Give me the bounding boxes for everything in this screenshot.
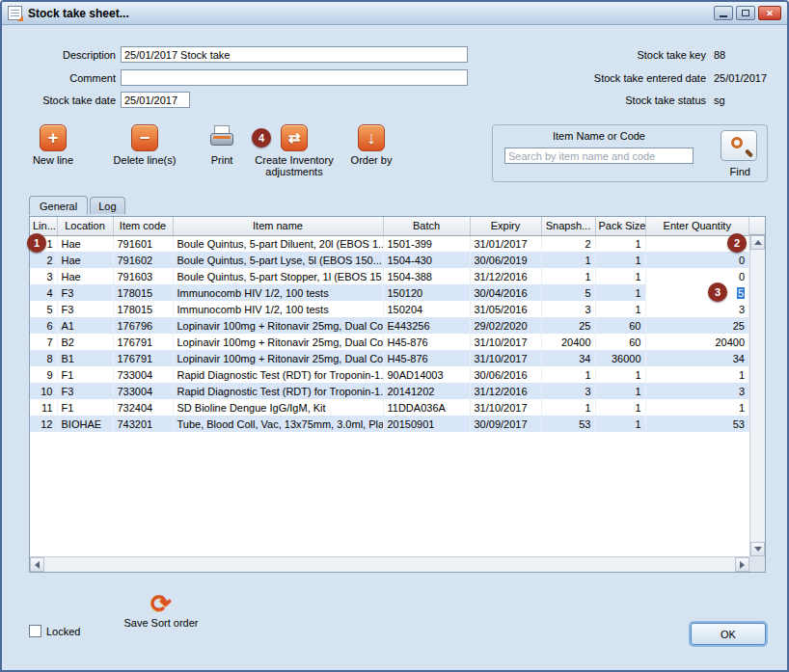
table-cell[interactable]: 60 — [595, 317, 645, 334]
table-cell[interactable]: F3 — [57, 301, 113, 317]
table-cell[interactable]: 1 — [541, 366, 595, 383]
table-cell[interactable]: 150204 — [383, 301, 470, 317]
column-header[interactable]: Enter Quantity — [645, 217, 749, 235]
print-button[interactable]: Print — [195, 124, 249, 166]
stock-take-date-input[interactable] — [121, 92, 190, 108]
table-row[interactable]: 5F3178015Immunocomb HIV 1/2, 100 tests15… — [30, 301, 749, 317]
table-cell[interactable]: 1 — [595, 416, 645, 432]
table-cell[interactable]: 30/06/2016 — [470, 366, 541, 383]
table-cell[interactable]: Boule Quintus, 5-part Lyse, 5l (EBOS 150… — [173, 252, 383, 268]
table-cell[interactable]: 178015 — [113, 284, 173, 301]
scroll-up-button[interactable] — [750, 235, 765, 250]
table-cell[interactable]: 732404 — [113, 399, 173, 416]
table-cell[interactable]: F1 — [57, 399, 113, 416]
table-cell[interactable]: 36000 — [595, 350, 645, 366]
table-cell[interactable]: Lopinavir 100mg + Ritonavir 25mg, Dual C… — [173, 350, 383, 366]
table-cell[interactable]: F3 — [57, 383, 113, 399]
scroll-right-button[interactable] — [735, 557, 749, 572]
order-by-button[interactable]: ↓ Order by — [343, 124, 399, 166]
table-cell[interactable]: 20400 — [541, 334, 595, 350]
table-cell[interactable]: Hae — [57, 268, 113, 284]
column-header[interactable]: Location — [57, 217, 113, 235]
column-header[interactable]: Batch — [383, 217, 470, 235]
table-cell[interactable]: 3 — [30, 268, 57, 284]
table-cell[interactable]: 20150901 — [383, 416, 470, 432]
table-cell[interactable]: SD Bioline Dengue IgG/IgM, Kit — [173, 399, 383, 416]
table-cell[interactable]: 1 — [595, 301, 645, 317]
table-cell[interactable]: 3 — [541, 383, 595, 399]
table-cell[interactable]: 20141202 — [383, 383, 470, 399]
column-header[interactable]: Pack Size — [595, 217, 645, 235]
column-header[interactable]: Item code — [113, 217, 173, 235]
table-cell[interactable]: 150120 — [383, 284, 470, 301]
table-cell[interactable]: 1504-430 — [383, 252, 470, 268]
table-row[interactable]: 6A1176796Lopinavir 100mg + Ritonavir 25m… — [30, 317, 749, 334]
table-cell[interactable]: 176791 — [113, 334, 173, 350]
maximize-button[interactable] — [736, 6, 755, 20]
table-cell[interactable]: H45-876 — [383, 350, 470, 366]
comment-input[interactable] — [121, 69, 468, 86]
save-sort-order-button[interactable]: ⟳ Save Sort order — [116, 590, 206, 629]
table-cell[interactable]: 1 — [595, 284, 645, 301]
table-cell[interactable]: 30/06/2019 — [470, 252, 541, 268]
table-cell[interactable]: 176796 — [113, 317, 173, 334]
table-cell[interactable]: 1 — [595, 235, 645, 252]
table-cell[interactable]: 178015 — [113, 301, 173, 317]
vertical-scrollbar[interactable] — [749, 235, 765, 556]
table-cell[interactable]: 30/04/2016 — [470, 284, 541, 301]
table-row[interactable]: 8B1176791Lopinavir 100mg + Ritonavir 25m… — [30, 350, 749, 366]
find-button[interactable] — [721, 130, 757, 161]
table-cell[interactable]: 11 — [30, 399, 57, 416]
table-cell[interactable]: 31/10/2017 — [470, 334, 541, 350]
table-cell[interactable]: 1 — [541, 252, 595, 268]
column-header[interactable]: Item name — [173, 217, 383, 235]
table-cell[interactable]: 31/12/2016 — [470, 268, 541, 284]
table-cell[interactable]: 791601 — [113, 235, 173, 252]
table-row[interactable]: 7B2176791Lopinavir 100mg + Ritonavir 25m… — [30, 334, 749, 350]
new-line-button[interactable]: + New line — [25, 124, 81, 166]
table-cell[interactable]: 2 — [541, 235, 595, 252]
table-cell[interactable]: F1 — [57, 366, 113, 383]
table-cell[interactable]: Boule Quintus, 5-part Stopper, 1l (EBOS … — [173, 268, 383, 284]
table-cell[interactable]: 3 — [541, 301, 595, 317]
table-cell[interactable]: 1 — [541, 399, 595, 416]
table-cell[interactable]: Rapid Diagnostic Test (RDT) for Troponin… — [173, 366, 383, 383]
table-cell[interactable]: 743201 — [113, 416, 173, 432]
table-cell[interactable]: 1 — [645, 366, 749, 383]
table-cell[interactable]: 733004 — [113, 383, 173, 399]
table-cell[interactable]: 8 — [30, 350, 57, 366]
table-cell[interactable]: 791602 — [113, 252, 173, 268]
locked-checkbox[interactable] — [29, 625, 41, 637]
table-cell[interactable]: 1 — [595, 252, 645, 268]
table-cell[interactable]: 791603 — [113, 268, 173, 284]
table-row[interactable]: 3Hae791603Boule Quintus, 5-part Stopper,… — [30, 268, 749, 284]
tab-general[interactable]: General — [29, 196, 88, 215]
table-cell[interactable]: 176791 — [113, 350, 173, 366]
table-cell[interactable]: 1 — [595, 366, 645, 383]
table-cell[interactable]: Hae — [57, 235, 113, 252]
table-cell[interactable]: Boule Quintus, 5-part Diluent, 20l (EBOS… — [173, 235, 383, 252]
close-button[interactable]: ✕ — [758, 6, 781, 20]
table-cell[interactable]: Lopinavir 100mg + Ritonavir 25mg, Dual C… — [173, 334, 383, 350]
table-cell[interactable]: B1 — [57, 350, 113, 366]
table-row[interactable]: 12BIOHAE743201Tube, Blood Coll, Vac, 13x… — [30, 416, 749, 432]
delete-lines-button[interactable]: − Delete line(s) — [104, 124, 185, 166]
table-cell[interactable]: E443256 — [383, 317, 470, 334]
table-cell[interactable]: 11DDA036A — [383, 399, 470, 416]
table-cell[interactable]: 90AD14003 — [383, 366, 470, 383]
table-row[interactable]: 11F1732404SD Bioline Dengue IgG/IgM, Kit… — [30, 399, 749, 416]
table-cell[interactable]: 34 — [645, 350, 749, 366]
table-cell[interactable]: Rapid Diagnostic Test (RDT) for Troponin… — [173, 383, 383, 399]
table-cell[interactable]: 53 — [541, 416, 595, 432]
column-header[interactable]: Lin... — [30, 217, 57, 235]
table-cell[interactable]: 31/05/2016 — [470, 301, 541, 317]
table-cell[interactable]: 0 — [645, 252, 749, 268]
table-row[interactable]: 1Hae791601Boule Quintus, 5-part Diluent,… — [30, 235, 749, 252]
column-header[interactable]: Expiry — [470, 217, 541, 235]
table-cell[interactable]: 5 — [645, 284, 749, 301]
table-cell[interactable]: Lopinavir 100mg + Ritonavir 25mg, Dual C… — [173, 317, 383, 334]
table-cell[interactable]: F3 — [57, 284, 113, 301]
table-cell[interactable]: 25 — [541, 317, 595, 334]
table-cell[interactable]: 31/10/2017 — [470, 350, 541, 366]
scroll-down-button[interactable] — [750, 542, 765, 556]
